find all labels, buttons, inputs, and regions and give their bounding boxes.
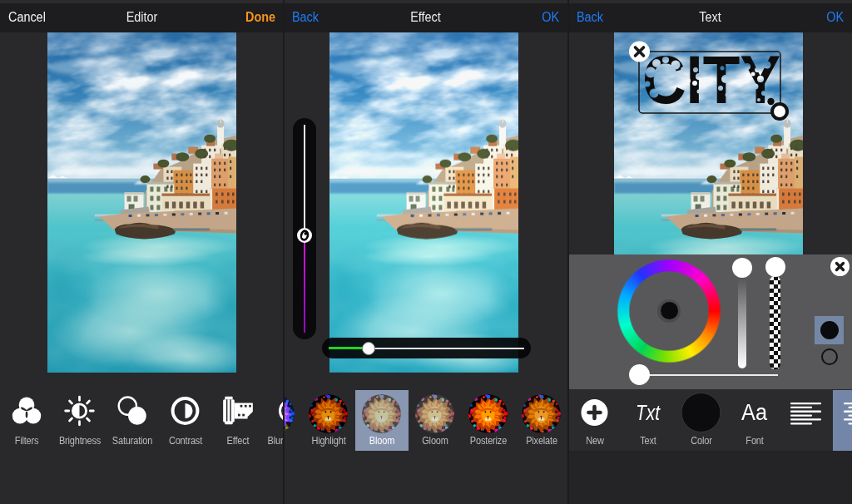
svg-text:Txt: Txt <box>636 400 661 425</box>
svg-text:Aa: Aa <box>741 400 768 425</box>
